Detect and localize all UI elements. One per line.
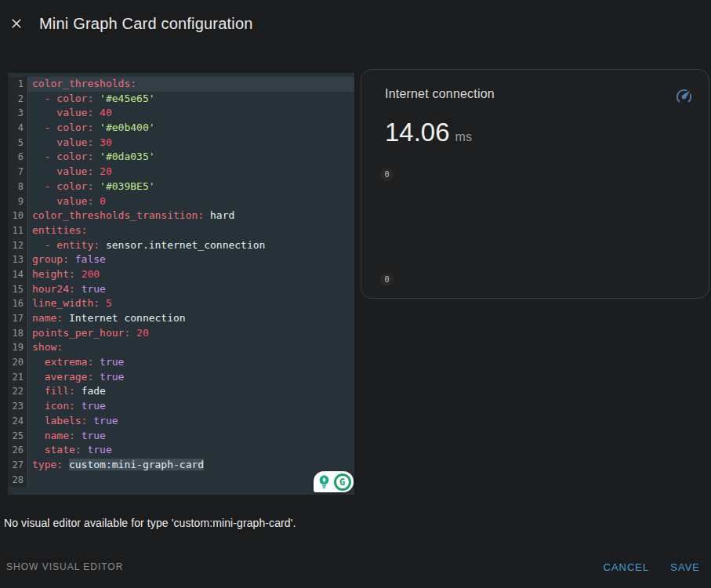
line-number: 27: [8, 458, 28, 473]
code-line[interactable]: 28: [8, 473, 354, 488]
code-text: color_thresholds:: [28, 77, 354, 92]
code-line[interactable]: 3 value: 40: [8, 106, 354, 121]
code-text: height: 200: [28, 267, 354, 282]
code-line[interactable]: 21 average: true: [8, 370, 354, 385]
code-line[interactable]: 11entities:: [8, 223, 354, 238]
code-line[interactable]: 20 extrema: true: [8, 355, 354, 370]
show-visual-editor-button[interactable]: SHOW VISUAL EDITOR: [6, 561, 123, 572]
mini-graph-card-preview: Internet connection 14.06 ms 0 0: [361, 69, 709, 299]
code-text: - color: '#0da035': [28, 150, 354, 165]
line-number: 5: [8, 136, 28, 151]
grammarly-g-icon: G: [334, 474, 351, 491]
code-text: - entity: sensor.internet_connection: [28, 238, 354, 253]
code-line[interactable]: 1color_thresholds:: [8, 77, 354, 92]
footer-actions: CANCEL SAVE: [604, 561, 700, 573]
code-line[interactable]: 12 - entity: sensor.internet_connection: [8, 238, 354, 253]
code-line[interactable]: 14height: 200: [8, 267, 354, 282]
code-lines: 1color_thresholds:2 - color: '#e45e65'3 …: [8, 77, 354, 487]
line-number: 15: [8, 282, 28, 297]
code-line[interactable]: 8 - color: '#039BE5': [8, 180, 354, 194]
code-line[interactable]: 5 value: 30: [8, 136, 354, 151]
code-text: extrema: true: [28, 355, 354, 370]
line-number: 22: [8, 384, 28, 399]
dialog-title: Mini Graph Card configuration: [39, 15, 253, 33]
line-number: 1: [8, 77, 28, 92]
grammarly-extension-badge[interactable]: G: [314, 471, 354, 492]
cancel-button[interactable]: CANCEL: [604, 561, 650, 573]
no-visual-editor-message: No visual editor available for type 'cus…: [4, 517, 296, 529]
code-text: [28, 473, 354, 488]
code-line[interactable]: 18points_per_hour: 20: [8, 326, 354, 341]
dialog-footer: SHOW VISUAL EDITOR CANCEL SAVE: [0, 550, 711, 588]
code-text: labels: true: [28, 414, 354, 429]
line-number: 4: [8, 121, 28, 136]
code-line[interactable]: 10color_thresholds_transition: hard: [8, 209, 354, 223]
code-text: - color: '#e0b400': [28, 121, 354, 136]
code-text: entities:: [28, 223, 354, 238]
code-text: points_per_hour: 20: [28, 326, 354, 341]
line-number: 16: [8, 296, 28, 311]
code-line[interactable]: 23 icon: true: [8, 399, 354, 414]
code-line[interactable]: 13group: false: [8, 252, 354, 267]
code-line[interactable]: 2 - color: '#e45e65': [8, 92, 354, 107]
save-button[interactable]: SAVE: [670, 561, 700, 573]
state-unit: ms: [455, 130, 472, 144]
code-line[interactable]: 6 - color: '#0da035': [8, 150, 354, 165]
code-text: name: true: [28, 429, 354, 444]
card-header: Internet connection: [361, 70, 709, 105]
line-number: 19: [8, 340, 28, 355]
line-number: 8: [8, 180, 28, 194]
line-number: 7: [8, 165, 28, 180]
code-text: color_thresholds_transition: hard: [28, 209, 354, 223]
code-text: value: 30: [28, 136, 354, 151]
grammarly-suggestion-bulb-icon: [317, 474, 332, 490]
code-line[interactable]: 22 fill: fade: [8, 384, 354, 399]
code-line[interactable]: 9 value: 0: [8, 194, 354, 209]
line-number: 17: [8, 311, 28, 326]
code-text: average: true: [28, 370, 354, 385]
line-number: 28: [8, 473, 28, 488]
code-line[interactable]: 26 state: true: [8, 443, 354, 458]
code-line[interactable]: 7 value: 20: [8, 165, 354, 180]
code-text: value: 40: [28, 106, 354, 121]
code-line[interactable]: 17name: Internet connection: [8, 311, 354, 326]
code-line[interactable]: 25 name: true: [8, 429, 354, 444]
code-text: group: false: [28, 252, 354, 267]
code-text: - color: '#039BE5': [28, 180, 354, 194]
code-text: icon: true: [28, 399, 354, 414]
line-number: 6: [8, 150, 28, 165]
line-number: 13: [8, 252, 28, 267]
code-line[interactable]: 24 labels: true: [8, 414, 354, 429]
line-number: 11: [8, 223, 28, 238]
dialog-header: Mini Graph Card configuration: [0, 0, 711, 47]
close-icon: [9, 16, 24, 31]
code-text: fill: fade: [28, 384, 354, 399]
code-line[interactable]: 27type: custom:mini-graph-card: [8, 458, 354, 473]
line-number: 20: [8, 355, 28, 370]
state-value: 14.06: [385, 118, 450, 147]
yaml-code-editor[interactable]: 1color_thresholds:2 - color: '#e45e65'3 …: [8, 73, 354, 495]
close-button[interactable]: [7, 14, 26, 33]
code-text: hour24: true: [28, 282, 354, 297]
code-text: - color: '#e45e65': [28, 92, 354, 107]
graph-max-label: 0: [380, 168, 394, 181]
code-text: type: custom:mini-graph-card: [28, 458, 354, 473]
line-number: 24: [8, 414, 28, 429]
code-text: show:: [28, 340, 354, 355]
line-number: 18: [8, 326, 28, 341]
line-number: 2: [8, 92, 28, 107]
line-number: 21: [8, 370, 28, 385]
line-number: 23: [8, 399, 28, 414]
code-text: line_width: 5: [28, 296, 354, 311]
code-text: name: Internet connection: [28, 311, 354, 326]
code-text: state: true: [28, 443, 354, 458]
code-line[interactable]: 19show:: [8, 340, 354, 355]
line-number: 26: [8, 443, 28, 458]
code-text: value: 20: [28, 165, 354, 180]
code-line[interactable]: 16line_width: 5: [8, 296, 354, 311]
code-line[interactable]: 15hour24: true: [8, 282, 354, 297]
graph-min-label: 0: [380, 273, 394, 286]
speedometer-icon: [675, 87, 693, 105]
code-line[interactable]: 4 - color: '#e0b400': [8, 121, 354, 136]
line-number: 9: [8, 194, 28, 209]
